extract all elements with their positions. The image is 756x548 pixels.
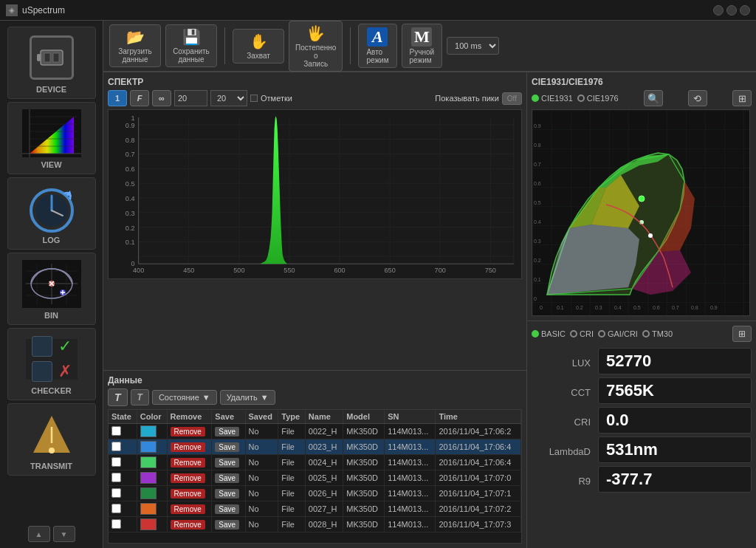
save-data-button[interactable]: 💾 Сохранить данные <box>165 24 217 67</box>
state-checkbox[interactable] <box>111 473 121 482</box>
bin-icon-box <box>22 258 81 309</box>
cie-grid-button[interactable]: ⊞ <box>732 90 752 106</box>
svg-text:0.9: 0.9 <box>126 122 135 129</box>
cie1976-option[interactable]: CIE1976 <box>577 94 619 103</box>
delete-dropdown[interactable]: Удалить ▼ <box>220 390 275 405</box>
save-row-button[interactable]: Save <box>215 520 239 530</box>
spectrum-range-select[interactable]: 20 <box>210 90 247 106</box>
sidebar-item-checker[interactable]: ✓ ✗ CHECKER <box>7 328 96 400</box>
cri-radio[interactable] <box>570 330 577 338</box>
cell-time: 2016/11/04_17:07:3 <box>436 517 521 532</box>
text-bold-button[interactable]: T <box>108 388 128 406</box>
state-checkbox[interactable] <box>111 426 121 436</box>
state-dropdown[interactable]: Состояние ▼ <box>152 390 217 405</box>
color-swatch <box>140 472 157 484</box>
cri-radio-option[interactable]: CRI <box>570 329 594 338</box>
remove-button[interactable]: Remove <box>171 473 205 483</box>
remove-button[interactable]: Remove <box>171 504 205 514</box>
svg-text:600: 600 <box>334 267 345 274</box>
cell-remove: Remove <box>167 470 212 486</box>
log-icon-box <box>22 182 81 234</box>
remove-button[interactable]: Remove <box>171 489 205 499</box>
cie1976-radio[interactable] <box>577 95 585 102</box>
save-row-button[interactable]: Save <box>215 458 239 467</box>
cell-saved: No <box>245 470 278 486</box>
cell-name: 0027_H <box>305 501 343 517</box>
sidebar-item-transmit[interactable]: TRANSMIT <box>7 403 96 476</box>
save-row-button[interactable]: Save <box>215 473 239 483</box>
save-row-button[interactable]: Save <box>215 504 239 514</box>
auto-mode-button[interactable]: A Авто режим <box>358 24 396 68</box>
state-checkbox[interactable] <box>111 519 121 529</box>
view-icon-box <box>22 107 81 159</box>
state-checkbox[interactable] <box>111 457 121 467</box>
manual-mode-button[interactable]: M Ручной режим <box>402 24 443 68</box>
cell-state <box>109 486 137 501</box>
minimize-button[interactable] <box>713 5 724 16</box>
svg-text:0.9: 0.9 <box>534 123 541 129</box>
svg-text:0.7: 0.7 <box>534 162 541 167</box>
sidebar-item-view[interactable]: VIEW <box>7 102 96 174</box>
text-italic-button[interactable]: T <box>131 389 149 405</box>
remove-button[interactable]: Remove <box>171 442 205 452</box>
remove-button[interactable]: Remove <box>171 458 205 467</box>
table-row[interactable]: Remove Save No File 0028_H MK350D 114M01… <box>109 517 521 532</box>
cri-label: CRI <box>532 417 598 428</box>
spectrum-btn-f[interactable]: F <box>130 90 149 106</box>
app-title: uSpectrum <box>22 5 65 16</box>
cie-reset-button[interactable]: ⟲ <box>688 90 707 106</box>
table-row[interactable]: Remove Save No File 0025_H MK350D 114M01… <box>109 470 521 486</box>
cell-time: 2016/11/04_17:06:2 <box>436 424 521 439</box>
sidebar-item-device[interactable]: DEVICE <box>7 27 96 99</box>
cie-zoom-button[interactable]: 🔍 <box>644 90 663 106</box>
spectrum-btn-1[interactable]: 1 <box>108 90 127 106</box>
table-row[interactable]: Remove Save No File 0024_H MK350D 114M01… <box>109 455 521 470</box>
sidebar-item-log[interactable]: LOG <box>7 177 96 250</box>
basic-radio-option[interactable]: BASIC <box>532 329 566 338</box>
cell-type: File <box>278 486 306 501</box>
log-label: LOG <box>43 236 61 244</box>
cri-row: CRI 0.0 <box>532 407 752 434</box>
gai-radio-option[interactable]: GAI/CRI <box>598 329 638 338</box>
save-row-button[interactable]: Save <box>215 427 239 436</box>
marks-checkbox[interactable] <box>250 95 258 102</box>
save-row-button[interactable]: Save <box>215 489 239 499</box>
sidebar-item-bin[interactable]: BIN <box>7 253 96 325</box>
spectrum-value-input[interactable] <box>174 90 207 106</box>
capture-button[interactable]: ✋ Захват <box>233 29 284 64</box>
state-checkbox[interactable] <box>111 442 121 451</box>
col-state: State <box>109 410 137 424</box>
device-label: DEVICE <box>36 85 66 94</box>
cie1931-radio[interactable] <box>532 95 539 102</box>
peaks-toggle[interactable]: Off <box>502 92 522 105</box>
tm30-radio-option[interactable]: TM30 <box>642 329 673 338</box>
lux-label: LUX <box>532 357 598 369</box>
table-row[interactable]: Remove Save No File 0027_H MK350D 114M01… <box>109 501 521 517</box>
maximize-button[interactable] <box>726 5 737 16</box>
meas-expand-button[interactable]: ⊞ <box>732 326 752 342</box>
data-table-body: Remove Save No File 0022_H MK350D 114M01… <box>109 424 521 532</box>
gradual-button[interactable]: 🖐 Постепенно о Запись <box>289 21 343 72</box>
table-row[interactable]: Remove Save No File 0026_H MK350D 114M01… <box>109 486 521 501</box>
state-checkbox[interactable] <box>111 488 121 498</box>
load-data-button[interactable]: 📂 Загрузить данные <box>109 24 161 67</box>
remove-button[interactable]: Remove <box>171 520 205 530</box>
cct-label: CCT <box>532 387 598 398</box>
table-row[interactable]: Remove Save No File 0022_H MK350D 114M01… <box>109 424 521 439</box>
spectrum-btn-inf[interactable]: ∞ <box>152 90 171 106</box>
data-table-wrapper[interactable]: State Color Remove Save Saved Type Name … <box>108 409 522 544</box>
table-row[interactable]: Remove Save No File 0023_H MK350D 114M01… <box>109 439 521 455</box>
gai-radio[interactable] <box>598 330 605 338</box>
tm30-radio[interactable] <box>642 330 650 338</box>
right-panel: CIE1931/CIE1976 CIE1931 CIE1976 🔍 ⟲ ⊞ <box>527 72 756 548</box>
save-row-button[interactable]: Save <box>215 442 239 452</box>
remove-button[interactable]: Remove <box>171 427 205 436</box>
nav-up-button[interactable]: ▲ <box>28 526 50 542</box>
nav-down-button[interactable]: ▼ <box>53 526 75 542</box>
time-select[interactable]: 100 ms <box>447 37 499 55</box>
check-mark-icon: ✓ <box>58 337 72 356</box>
close-button[interactable] <box>740 5 750 16</box>
cie1931-option[interactable]: CIE1931 <box>532 94 573 103</box>
basic-radio[interactable] <box>532 330 539 338</box>
state-checkbox[interactable] <box>111 504 121 513</box>
